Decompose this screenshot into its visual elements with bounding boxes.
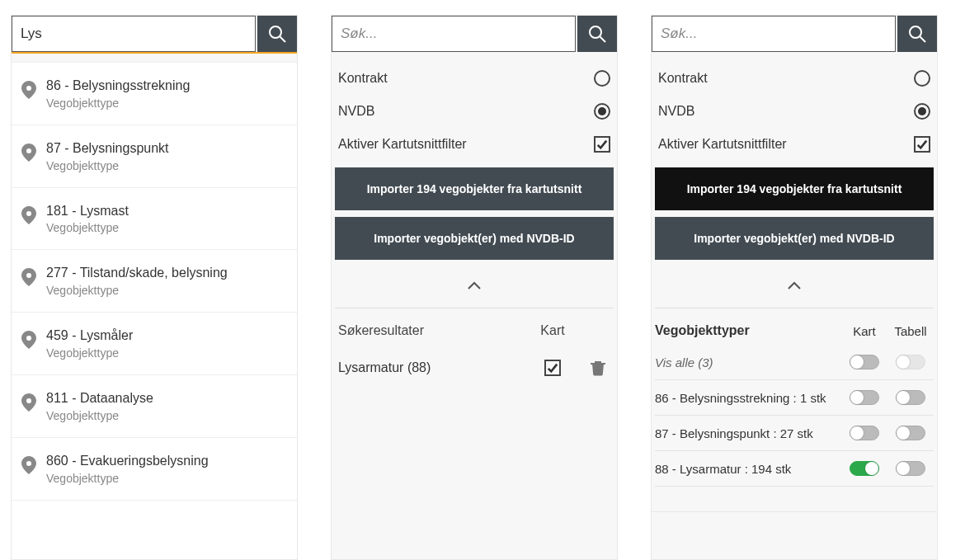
filter-panel-results: Kontrakt NVDB Aktiver Kartutsnittfilter … (331, 15, 618, 560)
search-input[interactable] (12, 16, 256, 52)
filter-nvdb[interactable]: NVDB (655, 95, 934, 128)
filter-kartutsnitt[interactable]: Aktiver Kartutsnittfilter (655, 128, 934, 161)
filter-label: Aktiver Kartutsnittfilter (658, 137, 787, 152)
search-row (12, 16, 297, 54)
import-nvdbid-button[interactable]: Importer vegobjekt(er) med NVDB-ID (335, 217, 614, 260)
dropdown-item-title: 87 - Belysningspunkt (46, 140, 169, 158)
search-panel: 86 - BelysningsstrekningVegobjekttype87 … (11, 15, 298, 560)
checkbox-icon[interactable] (594, 136, 610, 153)
svg-line-1 (280, 36, 285, 42)
search-input[interactable] (652, 16, 896, 52)
dropdown-item[interactable]: 860 - EvakueringsbelysningVegobjekttype (12, 438, 297, 501)
svg-point-0 (270, 26, 281, 38)
collapse-toggle[interactable] (655, 266, 934, 308)
toggle-tabell[interactable] (896, 426, 925, 440)
results-header: Søkeresultater Kart (335, 323, 614, 355)
import-map-button[interactable]: Importer 194 vegobjekter fra kartutsnitt (335, 167, 614, 210)
vt-row-label: 86 - Belysningsstrekning : 1 stk (655, 391, 841, 405)
toggle-tabell[interactable] (896, 355, 925, 369)
vt-title: Vegobjekttyper (655, 323, 841, 338)
dropdown-item[interactable]: 181 - LysmastVegobjekttype (12, 188, 297, 251)
dropdown-item[interactable]: 87 - BelysningspunktVegobjekttype (12, 125, 297, 188)
search-button[interactable] (577, 16, 617, 52)
collapse-toggle[interactable] (335, 266, 614, 308)
location-pin-icon (21, 456, 36, 474)
delete-result-button[interactable] (586, 360, 610, 376)
filter-kontrakt[interactable]: Kontrakt (655, 62, 934, 95)
filter-block: Kontrakt NVDB Aktiver Kartutsnittfilter … (332, 52, 617, 308)
toggle-tabell[interactable] (896, 390, 925, 405)
radio-icon[interactable] (594, 103, 610, 120)
dropdown-item-subtitle: Vegobjekttype (46, 346, 133, 360)
search-button[interactable] (897, 16, 937, 52)
search-icon (907, 24, 927, 44)
vt-vis-alle-row: Vis alle (3) (655, 345, 934, 380)
dropdown-item-subtitle: Vegobjekttype (46, 221, 129, 234)
filter-label: NVDB (658, 104, 694, 119)
svg-line-5 (920, 36, 925, 42)
result-row: Lysarmatur (88) (335, 355, 614, 381)
dropdown-item-subtitle: Vegobjekttype (46, 159, 169, 172)
toggle-kart[interactable] (850, 355, 879, 369)
import-map-button[interactable]: Importer 194 vegobjekter fra kartutsnitt (655, 167, 934, 210)
svg-point-4 (910, 26, 921, 38)
vt-header: Vegobjekttyper Kart Tabell (655, 323, 934, 345)
search-icon (587, 24, 607, 44)
toggle-kart[interactable] (850, 390, 879, 405)
chevron-up-icon (788, 281, 801, 289)
svg-point-2 (590, 26, 601, 38)
location-pin-icon (21, 81, 36, 99)
location-pin-icon (21, 393, 36, 412)
import-nvdbid-button[interactable]: Importer vegobjekt(er) med NVDB-ID (655, 217, 934, 260)
dropdown-item-subtitle: Vegobjekttype (46, 284, 228, 297)
checkbox-icon[interactable] (914, 136, 930, 153)
search-input[interactable] (332, 16, 576, 52)
panel-footer (652, 511, 937, 528)
toggle-tabell[interactable] (896, 461, 925, 476)
location-pin-icon (21, 268, 36, 286)
vt-row: 86 - Belysningsstrekning : 1 stk (655, 380, 934, 416)
toggle-kart[interactable] (850, 461, 879, 476)
search-button[interactable] (257, 16, 297, 52)
filter-nvdb[interactable]: NVDB (335, 95, 614, 128)
vt-row: 87 - Belysningspunkt : 27 stk (655, 416, 934, 451)
result-label: Lysarmatur (88) (338, 360, 520, 375)
dropdown-item[interactable]: 811 - DataanalyseVegobjekttype (12, 375, 297, 438)
radio-icon[interactable] (594, 70, 610, 87)
dropdown-item-title: 277 - Tilstand/skade, belysning (46, 265, 228, 282)
filter-kartutsnitt[interactable]: Aktiver Kartutsnittfilter (335, 128, 614, 161)
dropdown-item-title: 811 - Dataanalyse (46, 390, 153, 407)
dropdown-item[interactable]: 277 - Tilstand/skade, belysningVegobjekt… (12, 250, 297, 313)
svg-line-3 (600, 36, 605, 42)
dropdown-item-title: 181 - Lysmast (46, 203, 129, 220)
toggle-kart[interactable] (850, 426, 879, 440)
search-results: Søkeresultater Kart Lysarmatur (88) (332, 323, 617, 381)
vt-row: 88 - Lysarmatur : 194 stk (655, 451, 934, 487)
search-dropdown[interactable]: 86 - BelysningsstrekningVegobjekttype87 … (12, 62, 297, 559)
filter-block: Kontrakt NVDB Aktiver Kartutsnittfilter … (652, 52, 937, 308)
result-checkbox[interactable] (544, 360, 561, 376)
dropdown-item-title: 459 - Lysmåler (46, 327, 133, 345)
vt-col-kart: Kart (841, 324, 887, 338)
search-icon (267, 24, 287, 44)
dropdown-item-subtitle: Vegobjekttype (46, 96, 190, 110)
radio-icon[interactable] (914, 70, 930, 87)
filter-label: Kontrakt (338, 71, 388, 86)
results-title: Søkeresultater (338, 323, 520, 338)
dropdown-item-subtitle: Vegobjekttype (46, 409, 153, 422)
filter-panel-types: Kontrakt NVDB Aktiver Kartutsnittfilter … (651, 15, 938, 560)
filter-kontrakt[interactable]: Kontrakt (335, 62, 614, 95)
location-pin-icon (21, 206, 36, 224)
chevron-up-icon (468, 281, 481, 289)
dropdown-item[interactable]: 459 - LysmålerVegobjekttype (12, 313, 297, 375)
dropdown-item-subtitle: Vegobjekttype (46, 472, 209, 485)
filter-label: Aktiver Kartutsnittfilter (338, 137, 467, 152)
radio-icon[interactable] (914, 103, 930, 120)
results-kart-col: Kart (520, 323, 586, 338)
filter-label: NVDB (338, 104, 374, 119)
vt-vis-alle-label: Vis alle (3) (655, 355, 841, 369)
vegobjekttyper-section: Vegobjekttyper Kart Tabell Vis alle (3) … (652, 323, 937, 487)
dropdown-item[interactable]: 86 - BelysningsstrekningVegobjekttype (12, 63, 297, 125)
trash-icon (591, 360, 605, 376)
vt-row-label: 88 - Lysarmatur : 194 stk (655, 462, 841, 476)
